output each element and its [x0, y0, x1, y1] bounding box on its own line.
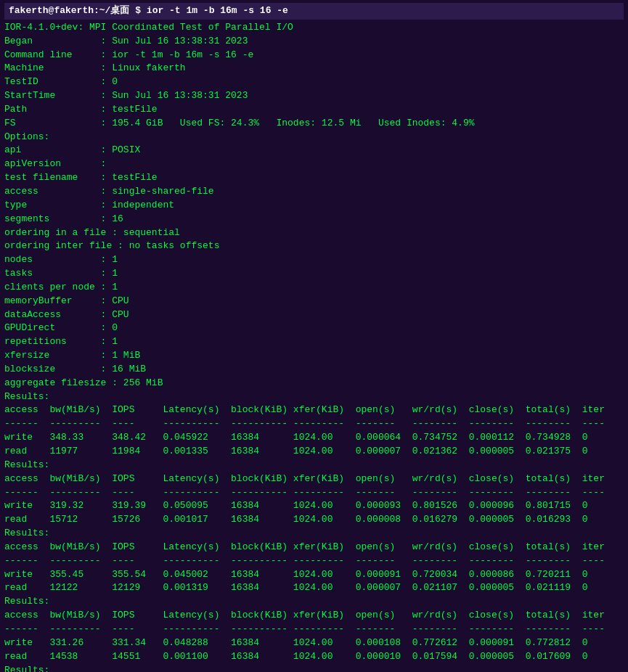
terminal-line: ------ --------- ---- ---------- -------… [4, 623, 624, 636]
terminal-line: ------ --------- ---- ---------- -------… [4, 554, 624, 568]
terminal-line: Results: [4, 459, 624, 472]
terminal-line: access bw(MiB/s) IOPS Latency(s) block(K… [4, 403, 624, 417]
terminal-line: ------ --------- ---- ---------- -------… [4, 486, 624, 500]
terminal-window: fakerth@fakerth:~/桌面 $ ior -t 1m -b 16m … [0, 0, 628, 672]
terminal-line: write 319.32 319.39 0.050095 16384 1024.… [4, 499, 624, 513]
terminal-line: Began : Sun Jul 16 13:38:31 2023 [4, 35, 624, 49]
terminal-line: Path : testFile [4, 103, 624, 117]
terminal-line: access : single-shared-file [4, 185, 624, 199]
terminal-line: access bw(MiB/s) IOPS Latency(s) block(K… [4, 609, 624, 623]
terminal-line: Results: [4, 527, 624, 541]
terminal-line: xfersize : 1 MiB [4, 349, 624, 363]
title-text: fakerth@fakerth:~/桌面 $ ior -t 1m -b 16m … [9, 5, 288, 16]
terminal-line: ordering inter file : no tasks offsets [4, 239, 624, 253]
terminal-line: Command line : ior -t 1m -b 16m -s 16 -e [4, 49, 624, 62]
terminal-line: write 348.33 348.42 0.045922 16384 1024.… [4, 431, 624, 445]
terminal-line: api : POSIX [4, 144, 624, 157]
terminal-line: nodes : 1 [4, 253, 624, 267]
terminal-line: aggregate filesize : 256 MiB [4, 377, 624, 390]
terminal-line: access bw(MiB/s) IOPS Latency(s) block(K… [4, 541, 624, 554]
terminal-line: GPUDirect : 0 [4, 321, 624, 335]
terminal-line: write 355.45 355.54 0.045002 16384 1024.… [4, 568, 624, 582]
terminal-line: TestID : 0 [4, 75, 624, 89]
terminal-line: Results: [4, 595, 624, 609]
terminal-line: write 331.26 331.34 0.048288 16384 1024.… [4, 636, 624, 650]
terminal-line: tasks : 1 [4, 267, 624, 281]
terminal-line: segments : 16 [4, 213, 624, 226]
terminal-line: StartTime : Sun Jul 16 13:38:31 2023 [4, 89, 624, 103]
terminal-line: IOR-4.1.0+dev: MPI Coordinated Test of P… [4, 21, 624, 35]
terminal-line: ordering in a file : sequential [4, 226, 624, 240]
title-bar: fakerth@fakerth:~/桌面 $ ior -t 1m -b 16m … [4, 3, 624, 20]
terminal-line: Results: [4, 664, 624, 673]
terminal-line: clients per node : 1 [4, 281, 624, 295]
terminal-line: FS : 195.4 GiB Used FS: 24.3% Inodes: 12… [4, 117, 624, 131]
terminal-line: ------ --------- ---- ---------- -------… [4, 417, 624, 431]
terminal-line: dataAccess : CPU [4, 308, 624, 322]
terminal-line: memoryBuffer : CPU [4, 295, 624, 308]
terminal-line: access bw(MiB/s) IOPS Latency(s) block(K… [4, 472, 624, 486]
terminal-line: test filename : testFile [4, 171, 624, 185]
terminal-line: apiVersion : [4, 157, 624, 171]
terminal-line: Results: [4, 390, 624, 404]
terminal-line: type : independent [4, 199, 624, 213]
terminal-line: blocksize : 16 MiB [4, 363, 624, 377]
terminal-line: read 12122 12129 0.001319 16384 1024.00 … [4, 581, 624, 595]
terminal-line: read 11977 11984 0.001335 16384 1024.00 … [4, 445, 624, 459]
terminal-line: read 14538 14551 0.001100 16384 1024.00 … [4, 650, 624, 664]
terminal-line: read 15712 15726 0.001017 16384 1024.00 … [4, 513, 624, 527]
terminal-line: Options: [4, 131, 624, 144]
terminal-line: repetitions : 1 [4, 335, 624, 349]
terminal-content: IOR-4.1.0+dev: MPI Coordinated Test of P… [4, 21, 624, 672]
terminal-line: Machine : Linux fakerth [4, 62, 624, 75]
